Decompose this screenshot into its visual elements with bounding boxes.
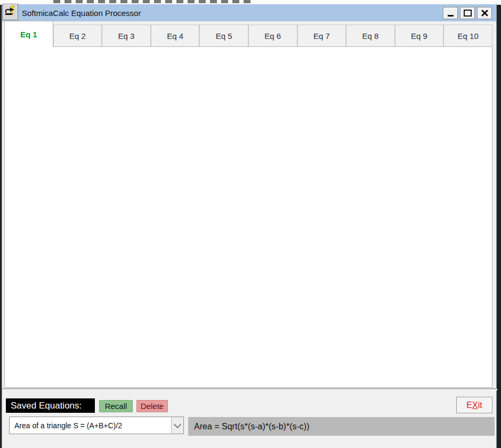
minimize-icon	[448, 15, 454, 17]
minimize-button[interactable]	[443, 7, 458, 19]
tab-eq-1[interactable]: Eq 1	[4, 21, 53, 47]
tab-eq-9[interactable]: Eq 9	[395, 25, 444, 47]
tab-strip: Eq 1Eq 2Eq 3Eq 4Eq 5Eq 6Eq 7Eq 8Eq 9Eq 1…	[4, 21, 492, 47]
exit-pre: E	[466, 401, 472, 410]
bottom-separator	[2, 388, 497, 390]
tab-eq-8[interactable]: Eq 8	[346, 25, 395, 47]
maximize-button[interactable]	[460, 7, 475, 19]
delete-button[interactable]: Delete	[136, 400, 168, 412]
maximize-icon	[464, 10, 472, 17]
saved-equation-value: Area of a triangle S = (A+B+C)/2	[10, 417, 171, 434]
close-button[interactable]	[477, 7, 492, 19]
window-title: SoftmicaCalc Equation Processor	[22, 9, 141, 18]
recall-button[interactable]: Recall	[99, 400, 133, 412]
equation-preview: Area = Sqrt(s*(s-a)*(s-b)*(s-c))	[188, 417, 495, 436]
saved-equations-label: Saved Equations:	[6, 398, 95, 413]
tab-eq-10[interactable]: Eq 10	[443, 25, 492, 47]
tab-eq-5[interactable]: Eq 5	[199, 25, 248, 47]
title-bar: SoftmicaCalc Equation Processor	[2, 4, 496, 21]
tab-page	[4, 46, 492, 388]
tab-eq-2[interactable]: Eq 2	[53, 25, 102, 47]
exit-button[interactable]: EXit	[456, 397, 492, 413]
exit-accesskey: X	[472, 401, 478, 410]
tab-eq-4[interactable]: Eq 4	[151, 25, 200, 47]
app-window: SoftmicaCalc Equation Processor Eq 1Eq 2…	[2, 4, 497, 448]
tab-eq-3[interactable]: Eq 3	[102, 25, 151, 47]
chevron-down-icon	[174, 420, 181, 428]
tab-eq-6[interactable]: Eq 6	[248, 25, 297, 47]
exit-post: it	[478, 401, 482, 410]
tab-eq-7[interactable]: Eq 7	[297, 25, 346, 47]
app-icon	[3, 4, 18, 20]
saved-equations-select[interactable]: Area of a triangle S = (A+B+C)/2	[9, 417, 184, 434]
close-icon	[481, 10, 488, 17]
